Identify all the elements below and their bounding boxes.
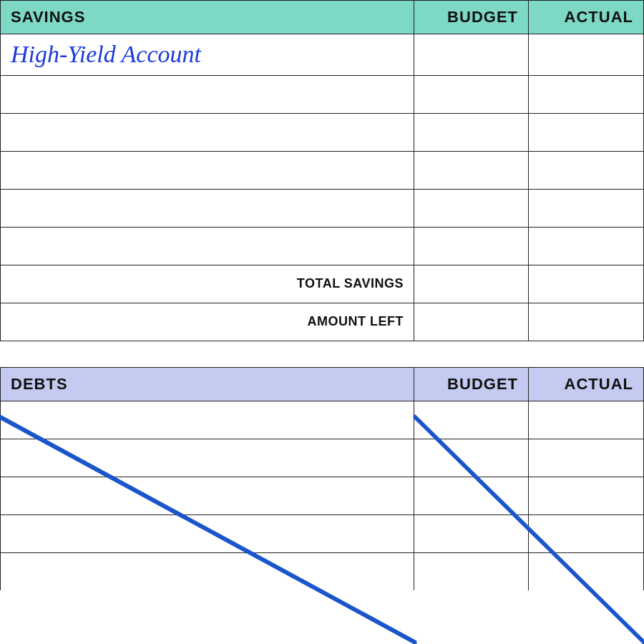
savings-row-amount-left: AMOUNT LEFT bbox=[0, 303, 644, 341]
savings-row-3-actual[interactable] bbox=[529, 114, 643, 151]
debts-row-1-label bbox=[1, 401, 414, 439]
debts-row-3-budget[interactable] bbox=[414, 477, 529, 514]
savings-row-4-budget[interactable] bbox=[414, 152, 529, 189]
debts-section: DEBTS BUDGET ACTUAL bbox=[0, 367, 644, 644]
debts-row-2 bbox=[0, 439, 644, 477]
debts-row-4-actual[interactable] bbox=[529, 515, 643, 552]
debts-row-5 bbox=[0, 552, 644, 590]
high-yield-account-text: High-Yield Account bbox=[11, 38, 201, 67]
debts-row-2-label bbox=[1, 439, 414, 477]
savings-row-1: High-Yield Account bbox=[0, 34, 644, 75]
savings-row-2-actual[interactable] bbox=[529, 76, 643, 113]
debts-row-3 bbox=[0, 477, 644, 514]
savings-row-2-budget[interactable] bbox=[414, 76, 529, 113]
debts-row-1-budget[interactable] bbox=[414, 401, 529, 439]
debts-row-4-budget[interactable] bbox=[414, 515, 529, 552]
debts-col2-header: BUDGET bbox=[414, 368, 529, 401]
debts-row-5-label bbox=[1, 553, 414, 590]
total-savings-budget[interactable] bbox=[414, 265, 529, 303]
debts-row-5-actual[interactable] bbox=[529, 553, 643, 590]
savings-row-5-label bbox=[1, 190, 414, 227]
amount-left-actual[interactable] bbox=[529, 303, 643, 341]
savings-row-total: TOTAL SAVINGS bbox=[0, 265, 644, 303]
savings-row-2 bbox=[0, 75, 644, 113]
savings-row-5-actual[interactable] bbox=[529, 190, 643, 227]
total-savings-actual[interactable] bbox=[529, 265, 643, 303]
savings-row-5-budget[interactable] bbox=[414, 190, 529, 227]
savings-row-4-label bbox=[1, 152, 414, 189]
debts-row-3-actual[interactable] bbox=[529, 477, 643, 514]
debts-col1-header: DEBTS bbox=[1, 368, 414, 401]
savings-row-5 bbox=[0, 189, 644, 227]
savings-row-2-label bbox=[1, 76, 414, 113]
savings-row-6-actual[interactable] bbox=[529, 228, 643, 265]
savings-col3-header: ACTUAL bbox=[529, 1, 643, 34]
savings-row-3-budget[interactable] bbox=[414, 114, 529, 151]
savings-row-6 bbox=[0, 227, 644, 265]
savings-row-4-actual[interactable] bbox=[529, 152, 643, 189]
debts-row-1 bbox=[0, 401, 644, 439]
savings-row-1-actual[interactable] bbox=[529, 34, 643, 75]
debts-row-2-budget[interactable] bbox=[414, 439, 529, 477]
amount-left-label: AMOUNT LEFT bbox=[1, 303, 414, 341]
savings-header: SAVINGS BUDGET ACTUAL bbox=[0, 0, 644, 34]
amount-left-budget[interactable] bbox=[414, 303, 529, 341]
savings-col1-header: SAVINGS bbox=[1, 1, 414, 34]
savings-row-3-label bbox=[1, 114, 414, 151]
total-savings-label: TOTAL SAVINGS bbox=[1, 265, 414, 303]
page: SAVINGS BUDGET ACTUAL High-Yield Account bbox=[0, 0, 644, 644]
debts-header: DEBTS BUDGET ACTUAL bbox=[0, 367, 644, 401]
savings-row-4 bbox=[0, 151, 644, 189]
savings-row-6-budget[interactable] bbox=[414, 228, 529, 265]
debts-row-1-actual[interactable] bbox=[529, 401, 643, 439]
debts-row-4 bbox=[0, 514, 644, 552]
section-gap bbox=[0, 341, 644, 367]
debts-row-3-label bbox=[1, 477, 414, 514]
debts-col3-header: ACTUAL bbox=[529, 368, 643, 401]
savings-col2-header: BUDGET bbox=[414, 1, 529, 34]
savings-row-1-budget[interactable] bbox=[414, 34, 529, 75]
debts-row-5-budget[interactable] bbox=[414, 553, 529, 590]
debts-row-2-actual[interactable] bbox=[529, 439, 643, 477]
debts-row-4-label bbox=[1, 515, 414, 552]
savings-row-3 bbox=[0, 113, 644, 151]
savings-row-1-label: High-Yield Account bbox=[1, 34, 414, 75]
savings-row-6-label bbox=[1, 228, 414, 265]
savings-section: SAVINGS BUDGET ACTUAL High-Yield Account bbox=[0, 0, 644, 341]
